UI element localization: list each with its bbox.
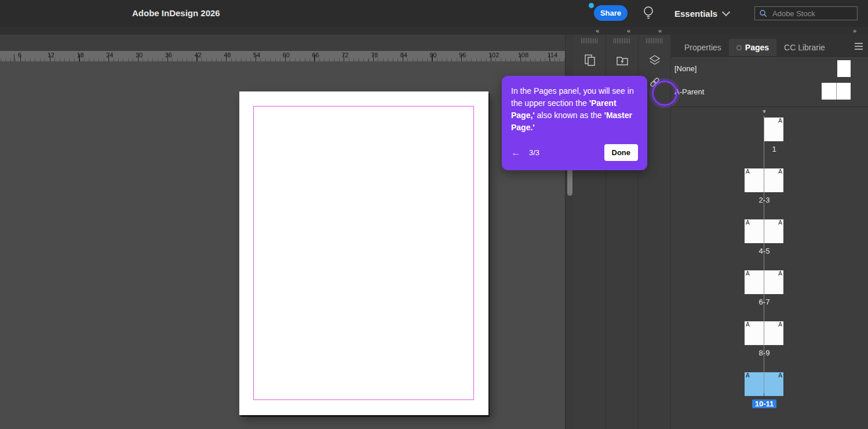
tab-pages-label: Pages: [745, 39, 769, 56]
parent-letter: A: [778, 372, 782, 379]
indesign-window: Adobe InDesign 2026 Share Essentials: [0, 0, 868, 429]
ruler-label: 18: [77, 52, 84, 58]
ruler-label: 114: [548, 52, 558, 58]
dock-header-strip: « « « »: [0, 27, 868, 35]
layers-icon[interactable]: [645, 51, 665, 69]
page-thumbnail[interactable]: A: [764, 321, 783, 345]
collapse-panel-icon[interactable]: «: [658, 27, 661, 35]
app-title: Adobe InDesign 2026: [132, 0, 220, 27]
page-thumbnail[interactable]: A: [745, 270, 764, 294]
ruler-label: 90: [430, 52, 437, 58]
collapse-panel-icon[interactable]: «: [596, 27, 599, 35]
ruler-label: 84: [400, 52, 407, 58]
pages-panel-spread: AA10-11: [745, 372, 784, 409]
ruler-label: 48: [224, 52, 231, 58]
coach-tooltip: In the Pages panel, you will see in the …: [502, 76, 647, 170]
ruler-label: 60: [283, 52, 290, 58]
parent-row-none[interactable]: [None]: [671, 57, 868, 80]
tab-cc-libraries[interactable]: CC Librarie: [776, 39, 833, 56]
workspace-switcher[interactable]: Essentials: [674, 0, 729, 27]
ruler-label: 42: [195, 52, 202, 58]
ruler-label: 54: [253, 52, 260, 58]
ruler-label: 66: [312, 52, 319, 58]
ruler-label: 24: [106, 52, 113, 58]
parent-letter: A: [746, 168, 750, 175]
lightbulb-icon: [641, 5, 655, 21]
page-thumbnail[interactable]: A: [745, 219, 764, 243]
ruler-label: 72: [341, 52, 348, 58]
share-button[interactable]: Share: [594, 5, 628, 21]
dock-gripper[interactable]: [614, 38, 631, 43]
pages-panel: Properties Pages CC Librarie [None] A-Pa…: [671, 35, 868, 429]
panel-menu-icon[interactable]: [852, 41, 865, 52]
spread-label[interactable]: 6-7: [759, 298, 770, 306]
app-bar: Adobe InDesign 2026 Share Essentials: [0, 0, 868, 27]
parent-letter: A: [778, 118, 782, 124]
chevron-down-icon: [722, 8, 730, 16]
tab-properties[interactable]: Properties: [677, 39, 729, 56]
a-parent-spread-thumbnail[interactable]: [822, 83, 851, 100]
pages-list: A1AA2-3AA4-5AA6-7AA8-9AA10-11: [745, 118, 784, 423]
tooltip-text: In the Pages panel, you will see in the …: [511, 85, 638, 134]
spread-label[interactable]: 1: [772, 145, 776, 153]
step-counter: 3/3: [529, 148, 539, 157]
ruler-label: 96: [459, 52, 466, 58]
pages-tab-marker-icon: [736, 45, 742, 50]
parent-label: [None]: [674, 64, 696, 73]
pages-panel-spread: AA2-3: [745, 168, 784, 205]
expand-dock-icon[interactable]: »: [853, 27, 856, 35]
ruler-label: 108: [518, 52, 528, 58]
stock-search[interactable]: [754, 6, 858, 20]
ruler-label: 78: [371, 52, 378, 58]
search-icon: [759, 9, 768, 18]
page-thumbnail[interactable]: A: [764, 168, 783, 192]
horizontal-ruler: 6121824303642485460667278849096102108114: [0, 51, 565, 61]
parent-letter: A: [778, 270, 782, 277]
tab-pages[interactable]: Pages: [729, 39, 776, 56]
page-thumbnail[interactable]: A: [764, 270, 783, 294]
panel-tab-bar: Properties Pages CC Librarie: [671, 35, 868, 57]
page-thumbnail[interactable]: A: [745, 372, 764, 396]
page-thumbnail[interactable]: A: [764, 118, 783, 141]
ruler-label: 102: [488, 52, 499, 58]
collapse-panel-icon[interactable]: «: [627, 27, 630, 35]
spread-label[interactable]: 8-9: [759, 349, 770, 357]
stock-search-input[interactable]: [771, 9, 853, 19]
cc-libraries-icon[interactable]: [612, 51, 632, 69]
pages-panel-spread: A1: [745, 118, 784, 154]
back-arrow-icon[interactable]: ←: [511, 148, 521, 157]
coach-highlight-circle: [652, 80, 677, 106]
pages-panel-spread: AA6-7: [745, 270, 784, 307]
parent-letter: A: [746, 372, 750, 379]
pages-panel-icon[interactable]: [580, 51, 600, 69]
parent-letter: A: [746, 270, 750, 277]
page-thumbnail[interactable]: A: [745, 168, 764, 192]
parent-letter: A: [746, 219, 750, 226]
ruler-label: 36: [165, 52, 172, 58]
section-marker-icon: ▾: [758, 108, 771, 115]
parent-letter: A: [778, 321, 782, 328]
pages-panel-spread: AA8-9: [745, 321, 784, 358]
done-button[interactable]: Done: [604, 144, 639, 161]
spread-label[interactable]: 4-5: [759, 247, 770, 255]
panel-divider: [671, 107, 868, 107]
lightbulb-icon[interactable]: [640, 4, 657, 23]
parent-row-a-parent[interactable]: A-Parent: [671, 80, 868, 103]
spread-label[interactable]: 10-11: [752, 399, 777, 408]
page-thumbnail[interactable]: A: [764, 219, 783, 243]
notification-dot: [589, 3, 594, 8]
dock-gripper[interactable]: [581, 38, 599, 43]
none-page-thumbnail[interactable]: [837, 60, 851, 77]
ruler-label: 12: [48, 52, 54, 58]
margin-guides: [253, 106, 474, 400]
parent-label: A-Parent: [674, 87, 704, 96]
parent-pages-section: [None] A-Parent: [671, 57, 868, 103]
document-page[interactable]: [239, 91, 488, 415]
page-thumbnail[interactable]: A: [764, 372, 783, 396]
page-thumbnail[interactable]: A: [745, 321, 764, 345]
tooltip-footer: ← 3/3 Done: [511, 144, 638, 161]
pasteboard-top: [0, 35, 565, 51]
dock-gripper[interactable]: [646, 38, 663, 43]
document-canvas[interactable]: 6121824303642485460667278849096102108114: [0, 35, 565, 429]
spread-label[interactable]: 2-3: [759, 196, 770, 204]
